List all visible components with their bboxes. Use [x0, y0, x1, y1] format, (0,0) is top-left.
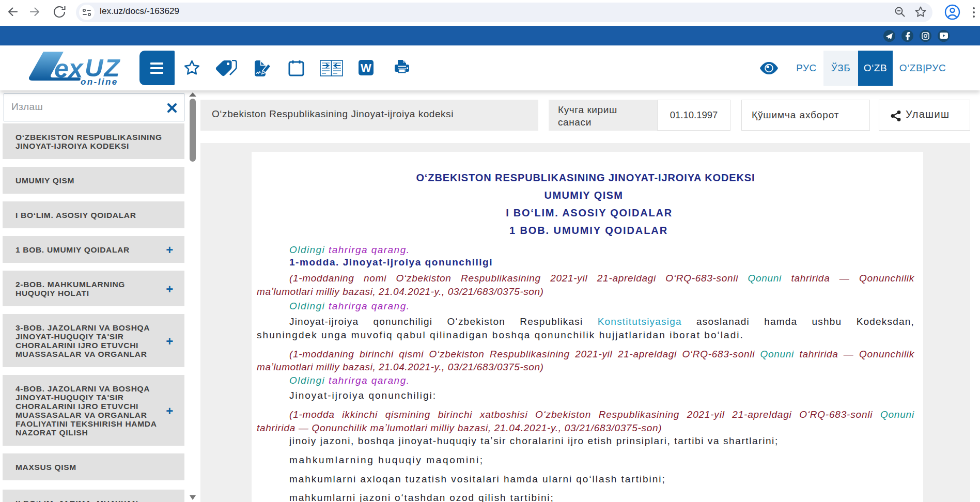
svg-text:W: W: [361, 61, 371, 74]
svg-text:on-line: on-line: [81, 77, 118, 86]
svg-text:ex: ex: [54, 54, 84, 83]
